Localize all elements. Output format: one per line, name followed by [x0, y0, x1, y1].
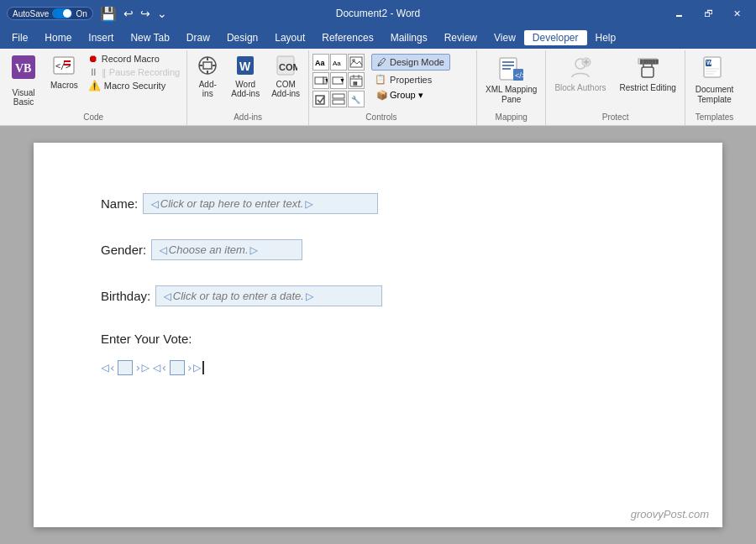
gender-control[interactable]: ◁ Choose an item. ▷ [151, 239, 302, 260]
record-macro-button[interactable]: ⏺ Record Macro [85, 52, 183, 65]
picture-ctrl[interactable] [348, 54, 365, 71]
undo-icon[interactable]: ↩ [123, 7, 134, 20]
vote1-bracket-left: ◁ [101, 359, 109, 375]
record-macro-icon: ⏺ [88, 53, 98, 65]
vote-checkbox-1[interactable]: ◁ ‹ › ▷ [101, 359, 150, 375]
block-authors-label: Block Authors [554, 83, 606, 92]
autosave-badge: AutoSave On [7, 7, 93, 20]
document-template-button[interactable]: W DocumentTemplate [689, 54, 741, 107]
plain-text-ctrl[interactable]: Aa [330, 54, 347, 71]
vote1-right-arrow: › [134, 361, 141, 374]
properties-button[interactable]: 📋 Properties [371, 73, 450, 86]
group-dropdown-button[interactable]: 📦 Group ▾ [371, 88, 450, 102]
gender-placeholder: Choose an item. [169, 243, 249, 256]
document-page: Name: ◁ Click or tap here to enter text.… [34, 143, 722, 527]
title-bar: AutoSave On 💾 ↩ ↪ ⌄ Document2 - Word 🗕 🗗… [0, 0, 756, 27]
name-bracket-right: ▷ [305, 196, 313, 212]
restore-btn[interactable]: 🗗 [696, 8, 722, 18]
svg-marker-7 [203, 62, 212, 69]
svg-text:🔧: 🔧 [351, 95, 361, 105]
menu-references[interactable]: References [313, 30, 381, 45]
visual-basic-button[interactable]: VB VisualBasic [3, 52, 44, 111]
ribbon-group-add-ins: Add-ins W WordAdd-ins [187, 50, 309, 125]
legacy-tools-ctrl[interactable]: 🔧 [348, 91, 365, 107]
ribbon-group-mapping: </> XML MappingPane Mapping [477, 50, 546, 125]
menu-review[interactable]: Review [436, 30, 486, 45]
add-ins-label: Add-ins [199, 80, 217, 98]
macros-button[interactable]: </> Macros [45, 52, 83, 111]
customize-icon[interactable]: ⌄ [157, 7, 167, 20]
controls-actions: 🖊 Design Mode 📋 Properties 📦 Group ▾ [371, 54, 450, 102]
cursor-blink [202, 361, 204, 374]
svg-text:VB: VB [15, 62, 31, 75]
combo-box-ctrl[interactable]: ▼ [312, 72, 329, 89]
pause-recording-button: ⏸ ‖ Pause Recording [85, 65, 183, 79]
visual-basic-icon: VB [10, 54, 37, 85]
text-content-ctrl[interactable]: Aa [312, 54, 329, 71]
restrict-editing-button[interactable]: ▓▓▓▓▓▓ Restrict Editing [615, 54, 681, 94]
gender-bracket-left: ◁ [159, 242, 167, 258]
add-ins-button[interactable]: Add-ins [191, 52, 224, 100]
svg-text:W: W [239, 60, 251, 73]
code-group-label: Code [3, 111, 183, 123]
xml-mapping-pane-button[interactable]: </> XML MappingPane [480, 54, 542, 107]
svg-text:</>: </> [515, 71, 525, 80]
checkbox-ctrl[interactable] [312, 91, 329, 107]
ribbon: VB VisualBasic </> [0, 49, 756, 126]
redo-icon[interactable]: ↪ [140, 7, 150, 20]
repeating-section-ctrl[interactable] [330, 91, 347, 107]
menu-design[interactable]: Design [218, 30, 266, 45]
date-picker-ctrl[interactable]: ▦ [348, 72, 365, 89]
menu-insert[interactable]: Insert [80, 30, 122, 45]
ribbon-col-macro: ⏺ Record Macro ⏸ ‖ Pause Recording ⚠️ Ma… [85, 52, 183, 111]
document-template-label: DocumentTemplate [696, 85, 734, 105]
content-area: Name: ◁ Click or tap here to enter text.… [0, 126, 756, 544]
menu-file[interactable]: File [3, 30, 36, 45]
word-add-ins-button[interactable]: W WordAdd-ins [226, 52, 265, 100]
autosave-toggle[interactable] [52, 8, 72, 18]
svg-text:W: W [706, 60, 712, 65]
ribbon-group-protect: Block Authors ▓▓▓▓▓▓ Restrict Ed [546, 50, 685, 125]
add-ins-group-label: Add-ins [191, 111, 305, 123]
menu-developer[interactable]: Developer [524, 30, 587, 45]
macro-security-button[interactable]: ⚠️ Macro Security [85, 79, 183, 92]
close-btn[interactable]: ✕ [725, 8, 749, 19]
save-icon[interactable]: 💾 [100, 6, 117, 22]
menu-draw[interactable]: Draw [178, 30, 218, 45]
vote1-bracket-right: ▷ [142, 359, 150, 375]
menu-mailings[interactable]: Mailings [382, 30, 436, 45]
svg-rect-4 [64, 60, 71, 62]
ribbon-group-templates: W DocumentTemplate Templates [685, 50, 744, 125]
dropdown-list-ctrl[interactable]: ▼ [330, 72, 347, 89]
vote2-bracket-left: ◁ [153, 359, 161, 375]
document-template-icon: W [701, 55, 728, 85]
birthday-control[interactable]: ◁ Click or tap to enter a date. ▷ [155, 285, 382, 306]
name-placeholder: Click or tap here to enter text. [160, 197, 304, 210]
controls-group-label: Controls [312, 111, 450, 123]
menu-new-tab[interactable]: New Tab [122, 30, 177, 45]
watermark: groovyPost.com [631, 508, 709, 520]
vote1-box[interactable] [118, 360, 133, 375]
add-ins-icon [196, 54, 219, 80]
birthday-label: Birthday: [101, 289, 150, 303]
vote-checkbox-2[interactable]: ◁ ‹ › ▷ [153, 359, 204, 375]
svg-rect-20 [315, 77, 323, 84]
name-control[interactable]: ◁ Click or tap here to enter text. ▷ [143, 193, 378, 214]
name-bracket-left: ◁ [150, 196, 159, 212]
svg-rect-31 [333, 94, 344, 98]
menu-layout[interactable]: Layout [266, 30, 313, 45]
word-add-ins-label: WordAdd-ins [231, 80, 260, 98]
menu-home[interactable]: Home [36, 30, 80, 45]
templates-group-label: Templates [689, 111, 741, 123]
name-row: Name: ◁ Click or tap here to enter text.… [101, 193, 655, 214]
com-add-ins-label: COMAdd-ins [271, 80, 300, 98]
minimize-btn[interactable]: 🗕 [666, 8, 692, 18]
vote-label-row: Enter Your Vote: [101, 332, 655, 346]
design-mode-button[interactable]: 🖊 Design Mode [371, 54, 450, 71]
gender-bracket-right: ▷ [250, 242, 259, 258]
vote2-box[interactable] [170, 360, 185, 375]
com-add-ins-button[interactable]: COM COMAdd-ins [266, 52, 305, 100]
menu-view[interactable]: View [486, 30, 524, 45]
menu-help[interactable]: Help [587, 30, 625, 45]
xml-mapping-pane-label: XML MappingPane [486, 85, 537, 105]
